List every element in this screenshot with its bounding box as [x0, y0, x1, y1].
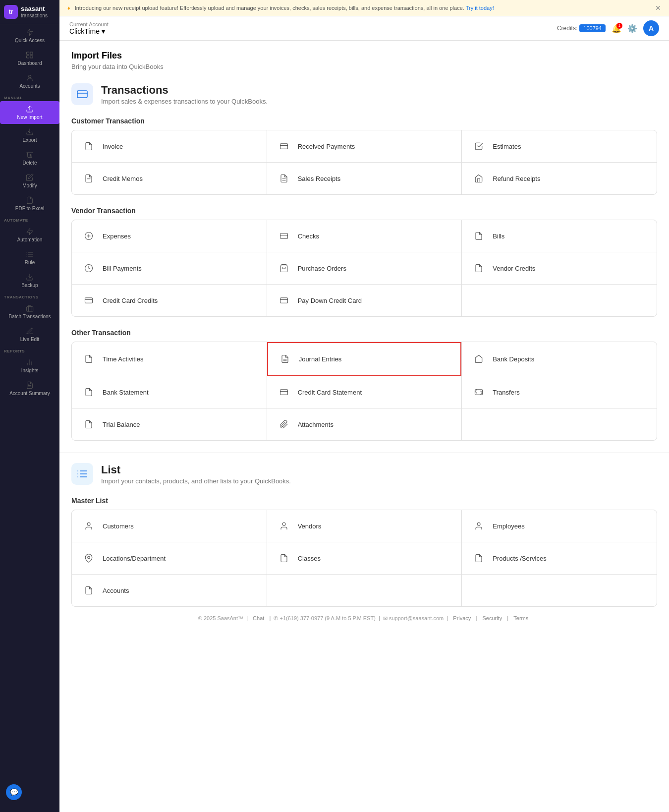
master-list-heading: Master List	[59, 493, 669, 510]
pay-down-cc-icon	[276, 292, 292, 308]
footer-security-link[interactable]: Security	[482, 615, 502, 621]
tile-time-activities[interactable]: Time Activities	[72, 342, 267, 376]
sidebar-item-batch-transactions[interactable]: Batch Transactions	[0, 300, 59, 323]
sidebar-item-dashboard[interactable]: Dashboard	[0, 47, 59, 70]
account-selector[interactable]: ClickTime ▾	[69, 27, 109, 35]
tile-products-services[interactable]: Products /Services	[462, 542, 657, 574]
tile-bank-deposits[interactable]: Bank Deposits	[462, 342, 657, 376]
svg-marker-7	[27, 228, 33, 234]
tile-journal-entries[interactable]: Journal Entries	[267, 342, 462, 376]
sidebar-item-insights[interactable]: Insights	[0, 354, 59, 377]
notification-count: 1	[616, 23, 622, 29]
header: Current Account ClickTime ▾ Credits: 100…	[59, 16, 669, 41]
sidebar-item-backup[interactable]: Backup	[0, 269, 59, 292]
tile-employees[interactable]: Employees	[462, 510, 657, 542]
tile-master-empty2	[462, 575, 657, 606]
tile-vendor-empty	[462, 285, 657, 316]
footer-terms-link[interactable]: Terms	[513, 615, 528, 621]
transactions-banner-text: Transactions Import sales & expenses tra…	[101, 84, 268, 105]
purchase-orders-icon	[276, 260, 292, 276]
expenses-icon	[81, 228, 97, 244]
sidebar-item-accounts[interactable]: Accounts	[0, 70, 59, 93]
tile-cc-statement[interactable]: Credit Card Statement	[267, 376, 462, 408]
svg-point-50	[87, 522, 90, 525]
tile-received-payments[interactable]: Received Payments	[267, 130, 462, 162]
list-banner-icon	[71, 463, 93, 485]
tile-vendors[interactable]: Vendors	[267, 510, 462, 542]
transactions-banner-icon	[71, 83, 93, 105]
tile-classes[interactable]: Classes	[267, 542, 462, 574]
sidebar-item-new-import[interactable]: New Import	[0, 101, 59, 124]
tile-estimates[interactable]: Estimates	[462, 130, 657, 162]
svg-point-4	[28, 75, 31, 78]
footer-privacy-link[interactable]: Privacy	[453, 615, 471, 621]
diamond-icon: ♦	[67, 5, 70, 11]
reports-section-label: REPORTS	[0, 346, 59, 354]
journal-entries-icon	[277, 351, 293, 367]
sidebar-item-pdf-to-excel[interactable]: PDF to Excel	[0, 192, 59, 215]
tile-credit-card-credits[interactable]: Credit Card Credits	[72, 285, 267, 316]
tile-sales-receipts[interactable]: Sales Receipts	[267, 163, 462, 194]
transactions-section-label: TRANSACTIONS	[0, 292, 59, 300]
current-account-label: Current Account	[69, 21, 109, 27]
notif-close-button[interactable]: ✕	[655, 4, 661, 12]
transactions-banner: Transactions Import sales & expenses tra…	[59, 75, 669, 113]
tile-attachments[interactable]: Attachments	[267, 408, 462, 440]
sidebar-item-automation[interactable]: Automation	[0, 224, 59, 246]
tile-trial-balance[interactable]: Trial Balance	[72, 408, 267, 440]
refund-receipts-icon	[471, 171, 487, 186]
tile-purchase-orders[interactable]: Purchase Orders	[267, 252, 462, 284]
tile-credit-memos[interactable]: Credit Memos	[72, 163, 267, 194]
footer-email: ✉ support@saasant.com	[383, 615, 444, 621]
sidebar-item-account-summary[interactable]: Account Summary	[0, 377, 59, 400]
credit-memos-icon	[81, 171, 97, 186]
tile-pay-down-cc[interactable]: Pay Down Credit Card	[267, 285, 462, 316]
notification-bar: ♦ Introducing our new receipt upload fea…	[59, 0, 669, 16]
svg-point-53	[88, 556, 90, 559]
tile-invoice[interactable]: Invoice	[72, 130, 267, 162]
sidebar-item-export[interactable]: Export	[0, 124, 59, 147]
transactions-banner-subtitle: Import sales & expenses transactions to …	[101, 98, 268, 105]
accounts-list-icon	[81, 582, 97, 598]
list-banner: List Import your contacts, products, and…	[59, 453, 669, 493]
chat-button[interactable]: 💬	[6, 784, 22, 800]
import-files-header: Import Files Bring your data into QuickB…	[59, 41, 669, 75]
footer-chat-link[interactable]: Chat	[253, 615, 264, 621]
tile-customers[interactable]: Customers	[72, 510, 267, 542]
tile-locations[interactable]: Locations/Department	[72, 542, 267, 574]
sidebar-item-delete[interactable]: Delete	[0, 147, 59, 170]
tile-vendor-credits[interactable]: Vendor Credits	[462, 252, 657, 284]
tile-bank-statement[interactable]: Bank Statement	[72, 376, 267, 408]
customers-icon	[81, 518, 97, 534]
svg-rect-3	[30, 56, 33, 58]
tile-checks[interactable]: Checks	[267, 220, 462, 252]
sidebar: tr saasanttransactions Quick Access Dash…	[0, 0, 59, 812]
settings-button[interactable]: ⚙️	[627, 24, 637, 33]
sidebar-item-rule[interactable]: Rule	[0, 246, 59, 269]
notification-button[interactable]: 🔔 1	[612, 24, 621, 33]
svg-rect-37	[280, 298, 287, 303]
trial-balance-icon	[81, 416, 97, 432]
sidebar-item-live-edit[interactable]: Live Edit	[0, 323, 59, 346]
locations-icon	[81, 550, 97, 566]
tile-transfers[interactable]: Transfers	[462, 376, 657, 408]
tile-expenses[interactable]: Expenses	[72, 220, 267, 252]
bank-deposits-icon	[471, 351, 487, 367]
tile-bill-payments[interactable]: Bill Payments	[72, 252, 267, 284]
avatar[interactable]: A	[643, 20, 659, 36]
other-transaction-grid: Time Activities Journal Entries Bank Dep…	[71, 342, 657, 441]
tile-bills[interactable]: Bills	[462, 220, 657, 252]
svg-point-52	[477, 522, 480, 525]
sidebar-item-modify[interactable]: Modify	[0, 170, 59, 192]
sidebar-item-quick-access[interactable]: Quick Access	[0, 24, 59, 47]
tile-accounts-list[interactable]: Accounts	[72, 575, 267, 606]
chevron-down-icon: ▾	[102, 27, 105, 35]
cc-statement-icon	[276, 384, 292, 400]
notif-text: ♦ Introducing our new receipt upload fea…	[67, 5, 494, 11]
svg-rect-35	[85, 298, 93, 303]
notif-link[interactable]: Try it today!	[466, 5, 494, 11]
bill-payments-icon	[81, 260, 97, 276]
time-activities-icon	[81, 351, 97, 367]
svg-rect-21	[77, 91, 87, 98]
tile-refund-receipts[interactable]: Refund Receipts	[462, 163, 657, 194]
